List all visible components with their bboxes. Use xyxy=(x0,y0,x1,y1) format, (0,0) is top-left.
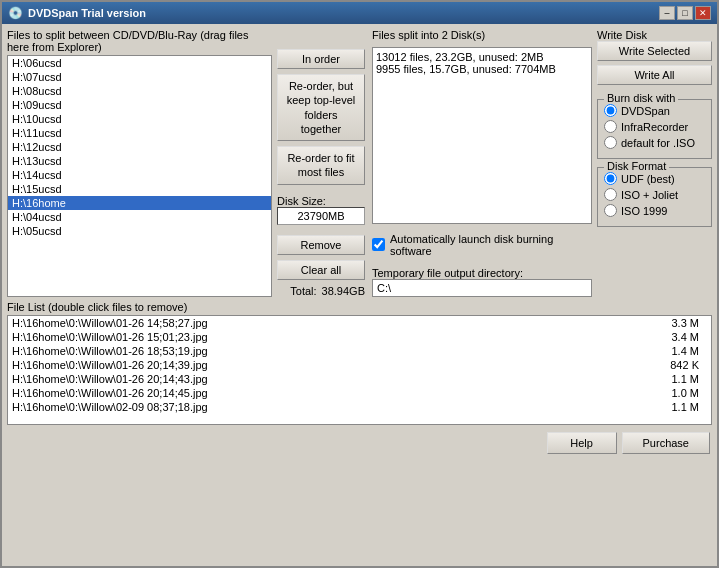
burn-option-label: default for .ISO xyxy=(621,137,695,149)
file-path: H:\16home\0:\Willow\01-26 18;53;19.jpg xyxy=(12,345,647,357)
file-size: 3.3 M xyxy=(647,317,707,329)
file-list-row[interactable]: H:\16home\0:\Willow\01-26 14;58;27.jpg3.… xyxy=(8,316,711,330)
format-option-item[interactable]: ISO + Joliet xyxy=(604,188,705,201)
top-row: Files to split between CD/DVD/Blu-Ray (d… xyxy=(7,29,712,297)
disk-format-group: Disk Format UDF (best)ISO + JolietISO 19… xyxy=(597,167,712,227)
auto-launch-label: Automatically launch disk burning softwa… xyxy=(390,233,592,257)
auto-launch-checkbox[interactable] xyxy=(372,238,385,251)
file-size: 1.1 M xyxy=(647,373,707,385)
write-disk-label: Write Disk xyxy=(597,29,712,41)
burn-option-radio[interactable] xyxy=(604,120,617,133)
format-options: UDF (best)ISO + JolietISO 1999 xyxy=(604,172,705,217)
file-path: H:\16home\0:\Willow\01-26 20;14;39.jpg xyxy=(12,359,647,371)
action-buttons: Remove Clear all xyxy=(277,230,367,280)
maximize-button[interactable]: □ xyxy=(677,6,693,20)
far-right-column: Write Disk Write Selected Write All Burn… xyxy=(597,29,712,297)
files-panel-label: Files to split between CD/DVD/Blu-Ray (d… xyxy=(7,29,272,53)
burn-option-item[interactable]: InfraRecorder xyxy=(604,120,705,133)
file-path: H:\16home\0:\Willow\01-26 15;01;23.jpg xyxy=(12,331,647,343)
burn-disk-group: Burn disk with DVDSpanInfraRecorderdefau… xyxy=(597,99,712,159)
list-item[interactable]: H:\09ucsd xyxy=(8,98,271,112)
footer: Help Purchase xyxy=(7,429,712,456)
file-list-row[interactable]: H:\16home\0:\Willow\01-26 15;01;23.jpg3.… xyxy=(8,330,711,344)
format-option-radio[interactable] xyxy=(604,172,617,185)
list-item[interactable]: H:\10ucsd xyxy=(8,112,271,126)
file-list-row[interactable]: H:\16home\0:\Willow\01-26 20;14;45.jpg1.… xyxy=(8,386,711,400)
burn-option-radio[interactable] xyxy=(604,136,617,149)
right-column: Files split into 2 Disk(s) 13012 files, … xyxy=(372,29,592,297)
file-path: H:\16home\0:\Willow\01-26 20;14;45.jpg xyxy=(12,387,647,399)
auto-launch-row[interactable]: Automatically launch disk burning softwa… xyxy=(372,233,592,257)
list-item[interactable]: H:\15ucsd xyxy=(8,182,271,196)
burn-option-radio[interactable] xyxy=(604,104,617,117)
help-button[interactable]: Help xyxy=(547,432,617,454)
disk-size-input[interactable] xyxy=(277,207,365,225)
file-list-section: File List (double click files to remove)… xyxy=(7,301,712,425)
remove-button[interactable]: Remove xyxy=(277,235,365,255)
list-item[interactable]: H:\14ucsd xyxy=(8,168,271,182)
title-controls: – □ ✕ xyxy=(659,6,711,20)
file-size: 1.4 M xyxy=(647,345,707,357)
split-panel-label: Files split into 2 Disk(s) xyxy=(372,29,592,41)
disk-size-label: Disk Size: xyxy=(277,195,367,207)
file-path: H:\16home\0:\Willow\01-26 14;58;27.jpg xyxy=(12,317,647,329)
files-listbox[interactable]: H:\06ucsdH:\07ucsdH:\08ucsdH:\09ucsdH:\1… xyxy=(7,55,272,297)
minimize-button[interactable]: – xyxy=(659,6,675,20)
file-list-row[interactable]: H:\16home\0:\Willow\01-26 20;14;43.jpg1.… xyxy=(8,372,711,386)
file-path: H:\16home\0:\Willow\02-09 08;37;18.jpg xyxy=(12,401,647,413)
file-list-container[interactable]: H:\16home\0:\Willow\01-26 14;58;27.jpg3.… xyxy=(7,315,712,425)
burn-option-item[interactable]: default for .ISO xyxy=(604,136,705,149)
left-column: Files to split between CD/DVD/Blu-Ray (d… xyxy=(7,29,272,297)
temp-dir-input[interactable] xyxy=(372,279,592,297)
file-size: 1.1 M xyxy=(647,401,707,413)
write-selected-button[interactable]: Write Selected xyxy=(597,41,712,61)
list-item[interactable]: H:\05ucsd xyxy=(8,224,271,238)
window-body: Files to split between CD/DVD/Blu-Ray (d… xyxy=(2,24,717,566)
reorder-fit-button[interactable]: Re-order to fit most files xyxy=(277,146,365,185)
format-option-label: ISO + Joliet xyxy=(621,189,678,201)
title-bar: 💿 DVDSpan Trial version – □ ✕ xyxy=(2,2,717,24)
list-item[interactable]: H:\07ucsd xyxy=(8,70,271,84)
file-list-row[interactable]: H:\16home\0:\Willow\01-26 20;14;39.jpg84… xyxy=(8,358,711,372)
purchase-button[interactable]: Purchase xyxy=(622,432,710,454)
list-item[interactable]: H:\12ucsd xyxy=(8,140,271,154)
list-item[interactable]: H:\11ucsd xyxy=(8,126,271,140)
format-option-radio[interactable] xyxy=(604,188,617,201)
app-icon: 💿 xyxy=(8,6,23,20)
format-option-item[interactable]: ISO 1999 xyxy=(604,204,705,217)
burn-options: DVDSpanInfraRecorderdefault for .ISO xyxy=(604,104,705,149)
file-size: 842 K xyxy=(647,359,707,371)
list-item[interactable]: H:\16home xyxy=(8,196,271,210)
disk-format-group-title: Disk Format xyxy=(604,160,669,172)
temp-dir-label: Temporary file output directory: xyxy=(372,267,592,279)
reorder-keep-button[interactable]: Re-order, but keep top-level folders tog… xyxy=(277,74,365,141)
file-path: H:\16home\0:\Willow\01-26 20;14;43.jpg xyxy=(12,373,647,385)
clear-all-button[interactable]: Clear all xyxy=(277,260,365,280)
file-list-header: File List (double click files to remove) xyxy=(7,301,712,313)
total-value: 38.94GB xyxy=(322,285,365,297)
window-title: DVDSpan Trial version xyxy=(28,7,146,19)
file-list-row[interactable]: H:\16home\0:\Willow\01-26 18;53;19.jpg1.… xyxy=(8,344,711,358)
close-button[interactable]: ✕ xyxy=(695,6,711,20)
list-item[interactable]: H:\13ucsd xyxy=(8,154,271,168)
center-column: In order Re-order, but keep top-level fo… xyxy=(277,29,367,297)
burn-option-item[interactable]: DVDSpan xyxy=(604,104,705,117)
burn-option-label: DVDSpan xyxy=(621,105,670,117)
main-window: 💿 DVDSpan Trial version – □ ✕ Files to s… xyxy=(0,0,719,568)
format-option-label: UDF (best) xyxy=(621,173,675,185)
burn-option-label: InfraRecorder xyxy=(621,121,688,133)
in-order-button[interactable]: In order xyxy=(277,49,365,69)
title-bar-left: 💿 DVDSpan Trial version xyxy=(8,6,146,20)
split-info: 13012 files, 23.2GB, unused: 2MB 9955 fi… xyxy=(372,47,592,224)
file-size: 1.0 M xyxy=(647,387,707,399)
total-label: Total: xyxy=(290,285,316,297)
format-option-item[interactable]: UDF (best) xyxy=(604,172,705,185)
total-row: Total: 38.94GB xyxy=(277,285,367,297)
file-list-row[interactable]: H:\16home\0:\Willow\02-09 08;37;18.jpg1.… xyxy=(8,400,711,414)
burn-disk-group-title: Burn disk with xyxy=(604,92,678,104)
format-option-radio[interactable] xyxy=(604,204,617,217)
list-item[interactable]: H:\08ucsd xyxy=(8,84,271,98)
list-item[interactable]: H:\04ucsd xyxy=(8,210,271,224)
write-all-button[interactable]: Write All xyxy=(597,65,712,85)
list-item[interactable]: H:\06ucsd xyxy=(8,56,271,70)
